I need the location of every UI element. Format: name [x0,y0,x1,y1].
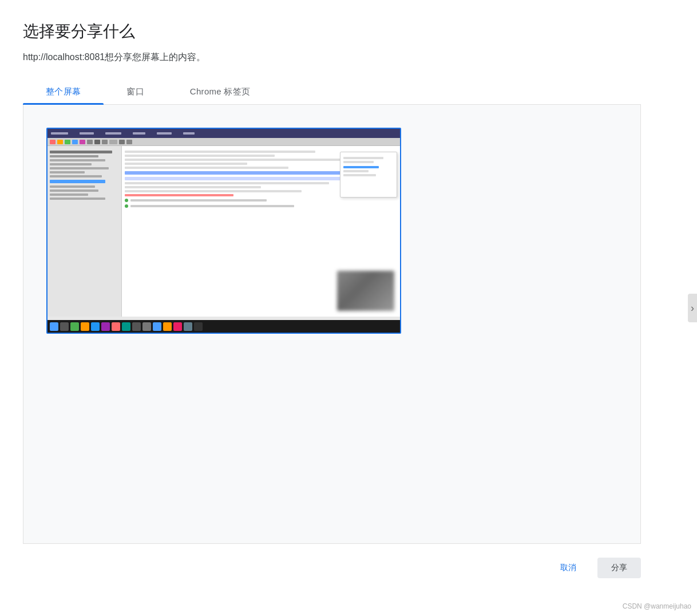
sim-popup [340,152,397,198]
tabs-bar: 整个屏幕 窗口 Chrome 标签页 [23,80,641,105]
share-button[interactable]: 分享 [597,558,641,578]
watermark: CSDN @wanmeijuhao [623,602,691,610]
dialog-title: 选择要分享什么 [23,21,641,42]
dialog-subtitle: http://localhost:8081想分享您屏幕上的内容。 [23,52,641,64]
content-area [23,105,641,544]
sim-editor [122,146,400,317]
tab-window[interactable]: 窗口 [104,80,167,104]
sim-sidebar [47,146,122,317]
sim-taskbar [47,320,400,333]
bottom-bar: 取消 分享 [23,544,641,578]
right-arrow-indicator[interactable] [688,294,697,322]
screen-preview[interactable] [46,128,401,334]
cancel-button[interactable]: 取消 [546,558,591,578]
sim-body [47,146,400,317]
watermark-site: CSDN [623,602,642,610]
screen-thumbnail [47,129,400,333]
tab-chrome-tab[interactable]: Chrome 标签页 [167,80,274,104]
tab-full-screen[interactable]: 整个屏幕 [23,80,104,104]
watermark-user: @wanmeijuhao [644,602,691,610]
sim-toolbar [47,138,400,146]
sim-blurred-area [337,271,394,311]
dialog: 选择要分享什么 http://localhost:8081想分享您屏幕上的内容。… [0,0,664,595]
sim-menubar [47,129,400,138]
